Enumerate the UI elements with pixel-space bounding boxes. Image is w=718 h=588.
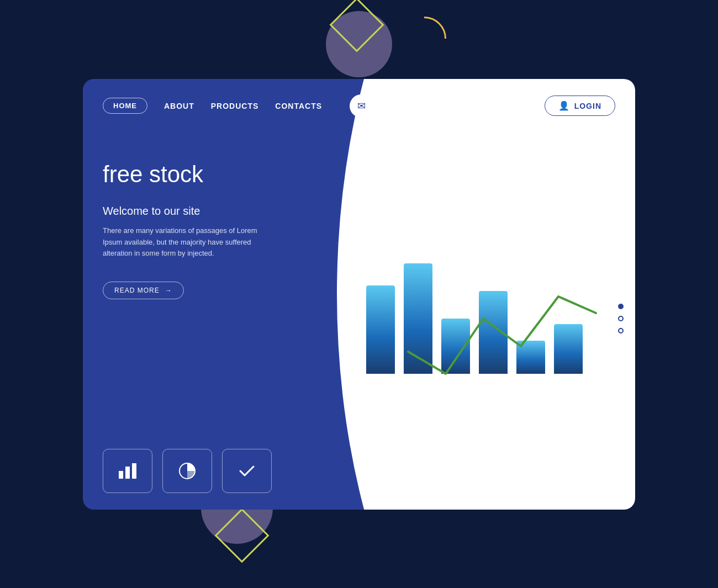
nav-about-link[interactable]: ABOUT [164, 102, 194, 110]
bottom-icons [103, 449, 334, 493]
checkmark-box[interactable] [222, 449, 272, 493]
left-panel: free stock Welcome to our site There are… [103, 144, 334, 493]
hero-title: free stock [103, 161, 334, 188]
svg-rect-1 [125, 467, 130, 479]
user-icon: 👤 [558, 100, 570, 111]
bar-chart-icon [118, 461, 138, 481]
bar-1 [366, 285, 395, 374]
dot-1[interactable] [618, 304, 624, 309]
navbar: HOME ABOUT PRODUCTS CONTACTS ✉ 👤 LOGIN [83, 79, 635, 133]
nav-home-button[interactable]: HOME [103, 98, 147, 114]
read-more-button[interactable]: READ MORE → [103, 282, 184, 299]
pie-chart-box[interactable] [162, 449, 212, 493]
login-label: LOGIN [574, 102, 601, 110]
mail-button[interactable]: ✉ [350, 94, 373, 118]
main-content: free stock Welcome to our site There are… [83, 133, 635, 510]
nav-products-link[interactable]: PRODUCTS [211, 102, 259, 110]
bar-chart [366, 263, 583, 374]
svg-rect-2 [132, 463, 136, 479]
bar-4 [479, 291, 508, 374]
pagination-dots [618, 304, 624, 333]
login-button[interactable]: 👤 LOGIN [545, 96, 615, 116]
hero-subtitle: Welcome to our site [103, 205, 334, 218]
dot-3[interactable] [618, 328, 624, 333]
bar-5 [516, 341, 545, 374]
checkmark-icon [237, 461, 257, 481]
right-panel [334, 144, 615, 493]
bar-2 [404, 263, 432, 374]
bar-3 [441, 319, 470, 374]
svg-rect-0 [119, 471, 123, 479]
main-card: HOME ABOUT PRODUCTS CONTACTS ✉ 👤 LOGIN f… [83, 79, 635, 510]
nav-contacts-link[interactable]: CONTACTS [275, 102, 322, 110]
chart-wrapper [366, 263, 583, 374]
bar-6 [554, 324, 583, 374]
bg-arc-top [402, 17, 446, 61]
bar-chart-box[interactable] [103, 449, 152, 493]
pie-chart-icon [177, 461, 197, 481]
hero-description: There are many variations of passages of… [103, 225, 268, 259]
dot-2[interactable] [618, 316, 624, 321]
read-more-label: READ MORE [114, 287, 160, 294]
mail-icon: ✉ [357, 100, 366, 112]
arrow-icon: → [165, 287, 172, 294]
